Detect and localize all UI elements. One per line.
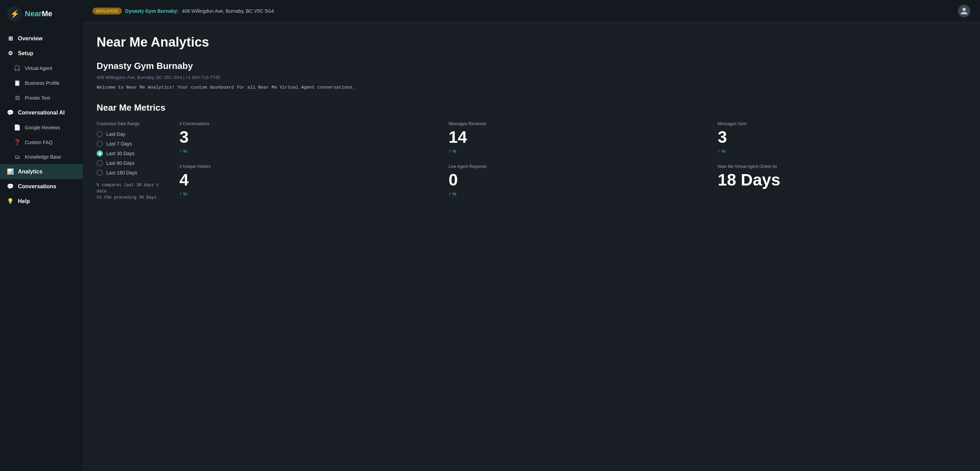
sidebar-navigation: ⊞ Overview ⚙ Setup 🎧 Virtual Agent 📋 Bus…: [0, 28, 83, 471]
sidebar-item-analytics[interactable]: 📊 Analytics: [0, 164, 83, 179]
metric-conversations-change: ↑ %: [180, 148, 428, 154]
conversations-icon: 💬: [7, 183, 14, 190]
metric-live-agent-value: 0: [449, 172, 697, 188]
radio-last-7-days[interactable]: [97, 141, 103, 147]
metrics-title: Near Me Metrics: [97, 102, 966, 113]
sidebar-item-conversations[interactable]: 💬 Conversations: [0, 179, 83, 194]
analytics-icon: 📊: [7, 168, 14, 175]
metric-unique-visitors-label: # Unique Visitors: [180, 164, 428, 169]
metric-conversations: # Conversations 3 ↑ %: [180, 121, 428, 164]
sidebar-item-help[interactable]: 💡 Help: [0, 194, 83, 209]
topbar-address: 406 Willingdon Ave, Burnaby, BC V5C 5G4: [182, 8, 274, 14]
conversational-ai-icon: 💬: [7, 109, 14, 116]
date-option-last-7-days[interactable]: Last 7 Days: [97, 141, 165, 147]
sidebar-item-conversational-ai[interactable]: 💬 Conversational AI: [0, 105, 83, 120]
metric-messages-sent-value: 3: [718, 129, 966, 146]
topbar-business-name: Dynasty Gym Burnaby:: [125, 8, 179, 14]
main-content: DEPLOYED Dynasty Gym Burnaby: 406 Willin…: [83, 0, 980, 471]
topbar-left: DEPLOYED Dynasty Gym Burnaby: 406 Willin…: [92, 8, 274, 14]
sidebar-item-knowledge-base[interactable]: 🗂 Knowledge Base: [0, 150, 83, 164]
help-icon: 💡: [7, 198, 14, 205]
radio-last-90-days[interactable]: [97, 160, 103, 166]
metric-virtual-agent-label: Near Me Virtual Agent Online for: [718, 164, 966, 169]
topbar: DEPLOYED Dynasty Gym Burnaby: 406 Willin…: [83, 0, 980, 22]
deployed-badge: DEPLOYED: [92, 8, 122, 14]
knowledge-base-icon: 🗂: [14, 154, 21, 160]
sidebar-item-google-reviews[interactable]: 📄 Google Reviews: [0, 120, 83, 135]
sidebar-item-setup[interactable]: ⚙ Setup: [0, 46, 83, 61]
virtual-agent-icon: 🎧: [14, 65, 21, 71]
sidebar-item-virtual-agent[interactable]: 🎧 Virtual Agent: [0, 61, 83, 76]
svg-text:⚡: ⚡: [10, 9, 20, 19]
date-option-last-90-days[interactable]: Last 90 Days: [97, 160, 165, 166]
radio-last-day[interactable]: [97, 131, 103, 137]
metric-messages-received-label: Messages Received: [449, 121, 697, 126]
metric-messages-received-change: ↑ %: [449, 148, 697, 154]
page-title: Near Me Analytics: [97, 35, 966, 50]
metric-virtual-agent-value: 18 Days: [718, 172, 966, 188]
metric-conversations-value: 3: [180, 129, 428, 146]
date-range-label: Customize Date Range: [97, 121, 165, 126]
radio-last-180-days[interactable]: [97, 170, 103, 176]
sidebar: ⚡ NearMe ⊞ Overview ⚙ Setup 🎧 Virtual Ag…: [0, 0, 83, 471]
logo-icon: ⚡: [7, 6, 22, 21]
radio-last-30-days[interactable]: [97, 150, 103, 157]
metric-unique-visitors: # Unique Visitors 4 ↑ %: [180, 164, 428, 207]
business-name: Dynasty Gym Burnaby: [97, 61, 966, 71]
metric-live-agent-requests: Live Agent Requests 0 ↑ %: [449, 164, 697, 207]
business-address: 406 Willingdon Ave, Burnaby, BC V5C 5G4 …: [97, 75, 966, 80]
welcome-text: Welcome to Near Me Analytics! Your custo…: [97, 85, 966, 90]
page-content: Near Me Analytics Dynasty Gym Burnaby 40…: [83, 22, 980, 471]
date-range-options: Last Day Last 7 Days Last 30 Days: [97, 131, 165, 176]
user-icon: [960, 7, 968, 15]
metric-live-agent-label: Live Agent Requests: [449, 164, 697, 169]
overview-icon: ⊞: [7, 35, 14, 42]
sidebar-item-overview[interactable]: ⊞ Overview: [0, 31, 83, 46]
metrics-container: Customize Date Range Last Day Last 7 Day…: [97, 121, 966, 207]
metric-unique-visitors-change: ↑ %: [180, 191, 428, 197]
sidebar-item-private-test[interactable]: ⊟ Private Test: [0, 90, 83, 105]
date-range-panel: Customize Date Range Last Day Last 7 Day…: [97, 121, 180, 207]
setup-icon: ⚙: [7, 50, 14, 57]
private-test-icon: ⊟: [14, 95, 21, 101]
custom-faq-icon: ❓: [14, 139, 21, 146]
metric-messages-received-value: 14: [449, 129, 697, 146]
metric-virtual-agent-online: Near Me Virtual Agent Online for 18 Days: [718, 164, 966, 207]
google-reviews-icon: 📄: [14, 124, 21, 131]
logo[interactable]: ⚡ NearMe: [0, 0, 83, 28]
metric-messages-sent-label: Messages Sent: [718, 121, 966, 126]
date-option-last-180-days[interactable]: Last 180 Days: [97, 170, 165, 176]
metric-messages-sent-change: ↑ %: [718, 148, 966, 154]
metric-conversations-label: # Conversations: [180, 121, 428, 126]
logo-text: NearMe: [25, 9, 52, 18]
user-avatar[interactable]: [958, 5, 970, 17]
date-option-last-30-days[interactable]: Last 30 Days: [97, 150, 165, 157]
percent-note: % compares last 30 days's datato the pre…: [97, 182, 165, 201]
metric-live-agent-change: ↑ %: [449, 191, 697, 197]
date-option-last-day[interactable]: Last Day: [97, 131, 165, 137]
metric-unique-visitors-value: 4: [180, 172, 428, 188]
sidebar-item-business-profile[interactable]: 📋 Business Profile: [0, 76, 83, 90]
metric-messages-received: Messages Received 14 ↑ %: [449, 121, 697, 164]
metrics-grid: # Conversations 3 ↑ % Messages Received …: [180, 121, 966, 207]
sidebar-item-custom-faq[interactable]: ❓ Custom FAQ: [0, 135, 83, 150]
business-profile-icon: 📋: [14, 80, 21, 86]
metric-messages-sent: Messages Sent 3 ↑ %: [718, 121, 966, 164]
